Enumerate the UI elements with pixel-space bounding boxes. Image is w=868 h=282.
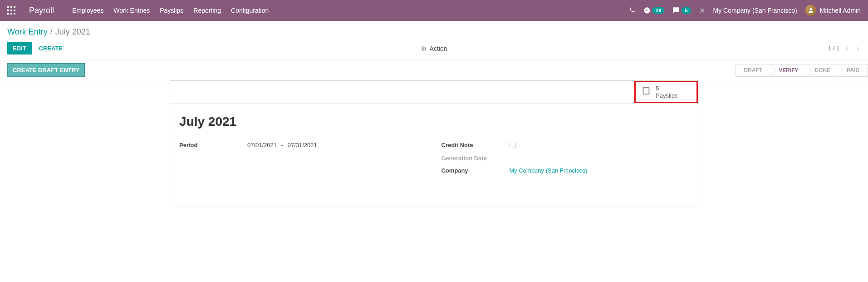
period-label: Period xyxy=(179,142,247,148)
form-columns: Period 07/01/2021 - 07/31/2021 Credit No… xyxy=(179,142,689,179)
pager-next-icon[interactable]: › xyxy=(855,43,861,54)
activity-indicator[interactable]: 28 xyxy=(643,7,664,14)
period-start: 07/01/2021 xyxy=(247,142,277,148)
user-menu[interactable]: Mitchell Admin xyxy=(805,5,861,16)
action-label: Action xyxy=(430,45,447,52)
pager: 1 / 1 ‹ › xyxy=(828,43,861,54)
create-button[interactable]: CREATE xyxy=(39,45,63,52)
sheet-container: 5 Payslips July 2021 Period 07/01/2021 -… xyxy=(0,80,868,207)
sheet-body: July 2021 Period 07/01/2021 - 07/31/2021 xyxy=(170,104,698,207)
close-icon[interactable]: ✕ xyxy=(699,6,705,15)
nav-right: 28 5 ✕ My Company (San Francisco) Mitche… xyxy=(629,5,861,16)
form-sheet: 5 Payslips July 2021 Period 07/01/2021 -… xyxy=(170,80,698,207)
book-icon xyxy=(641,86,651,98)
gear-icon: ⚙ xyxy=(421,45,427,52)
field-credit-note: Credit Note xyxy=(441,142,689,149)
avatar-icon xyxy=(805,5,816,16)
field-period: Period 07/01/2021 - 07/31/2021 xyxy=(179,142,427,148)
edit-button[interactable]: EDIT xyxy=(7,42,32,54)
generation-date-label: Generation Date xyxy=(441,155,510,162)
breadcrumb-parent[interactable]: Work Entry xyxy=(7,27,48,37)
field-company: Company My Company (San Francisco) xyxy=(441,167,689,174)
status-draft[interactable]: DRAFT xyxy=(736,64,771,77)
status-chain: DRAFT VERIFY DONE PAID xyxy=(736,64,868,77)
nav-work-entries[interactable]: Work Entries xyxy=(113,7,150,14)
period-end: 07/31/2021 xyxy=(288,142,317,148)
control-panel: EDIT CREATE ⚙ Action 1 / 1 ‹ › xyxy=(0,39,868,60)
pager-prev-icon[interactable]: ‹ xyxy=(844,43,850,54)
messages-count: 5 xyxy=(682,7,691,14)
record-title: July 2021 xyxy=(179,114,689,129)
credit-note-checkbox[interactable] xyxy=(510,142,516,148)
phone-icon[interactable] xyxy=(629,7,635,15)
stat-label: Payslips xyxy=(656,92,677,99)
create-draft-entry-button[interactable]: CREATE DRAFT ENTRY xyxy=(7,63,85,77)
top-nav: Payroll Employees Work Entries Payslips … xyxy=(0,0,868,21)
stat-button-row: 5 Payslips xyxy=(170,81,698,104)
status-verify[interactable]: VERIFY xyxy=(770,64,806,77)
company-label: Company xyxy=(441,167,510,174)
stat-count: 5 xyxy=(656,85,677,92)
nav-reporting[interactable]: Reporting xyxy=(193,7,221,14)
company-value[interactable]: My Company (San Francisco) xyxy=(510,167,588,174)
nav-configuration[interactable]: Configuration xyxy=(231,7,269,14)
company-switcher[interactable]: My Company (San Francisco) xyxy=(713,7,797,14)
stat-text: 5 Payslips xyxy=(656,85,677,99)
period-dash: - xyxy=(281,142,283,148)
col-left: Period 07/01/2021 - 07/31/2021 xyxy=(179,142,427,179)
credit-note-value xyxy=(510,142,516,149)
period-value: 07/01/2021 - 07/31/2021 xyxy=(247,142,317,148)
payslips-stat-button[interactable]: 5 Payslips xyxy=(634,81,698,103)
messages-indicator[interactable]: 5 xyxy=(672,7,691,14)
svg-point-0 xyxy=(809,8,812,10)
nav-menu: Employees Work Entries Payslips Reportin… xyxy=(72,7,269,14)
breadcrumb-separator: / xyxy=(50,27,53,37)
breadcrumb-current: July 2021 xyxy=(55,27,90,37)
pager-value: 1 / 1 xyxy=(828,45,839,52)
nav-employees[interactable]: Employees xyxy=(72,7,103,14)
nav-payslips[interactable]: Payslips xyxy=(160,7,183,14)
col-right: Credit Note Generation Date Company My C… xyxy=(441,142,689,179)
field-generation-date: Generation Date xyxy=(441,155,689,162)
status-bar: CREATE DRAFT ENTRY DRAFT VERIFY DONE PAI… xyxy=(0,60,868,80)
breadcrumb: Work Entry / July 2021 xyxy=(0,21,868,39)
app-brand: Payroll xyxy=(29,6,54,15)
credit-note-label: Credit Note xyxy=(441,142,510,149)
action-dropdown[interactable]: ⚙ Action xyxy=(421,45,447,52)
apps-icon[interactable] xyxy=(7,6,15,15)
user-name: Mitchell Admin xyxy=(820,7,861,14)
activity-count: 28 xyxy=(652,7,664,14)
